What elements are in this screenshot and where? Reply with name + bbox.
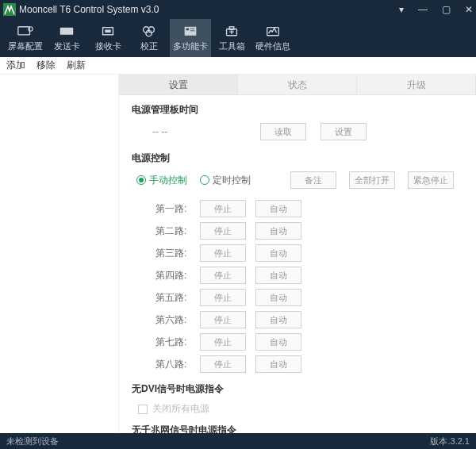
set-button[interactable]: 设置 — [321, 123, 367, 140]
toolbar-多功能卡[interactable]: 多功能卡 — [170, 19, 211, 57]
radio-manual[interactable]: 手动控制 — [136, 174, 187, 187]
channel-auto-button[interactable]: 自动 — [255, 311, 301, 328]
section-board-time-title: 电源管理板时间 — [132, 103, 463, 117]
device-sidebar — [0, 75, 119, 433]
radio-timed-label: 定时控制 — [213, 174, 251, 187]
dropdown-icon[interactable]: ▾ — [399, 4, 404, 15]
svg-point-2 — [29, 26, 33, 31]
title-bar: Mooncell T6 Control System v3.0 ▾ — ▢ ✕ — [0, 0, 476, 19]
channel-label: 第八路: — [155, 358, 190, 371]
tab-状态[interactable]: 状态 — [238, 75, 357, 95]
channel-row-3: 第三路:停止自动 — [155, 244, 463, 262]
toolbar-icon — [182, 25, 199, 39]
channel-label: 第一路: — [155, 202, 190, 216]
section-power-ctrl-title: 电源控制 — [132, 152, 463, 165]
sub-actions-bar: 添加移除刷新 — [0, 57, 476, 75]
svg-rect-15 — [229, 26, 234, 29]
toolbar-icon — [223, 25, 240, 39]
channel-row-5: 第五路:停止自动 — [155, 289, 463, 306]
toolbar-校正[interactable]: 校正 — [129, 19, 170, 57]
toolbar-发送卡[interactable]: 发送卡 — [46, 19, 87, 57]
channel-row-4: 第四路:停止自动 — [155, 267, 463, 284]
toolbar-icon — [264, 25, 282, 39]
toolbar-icon — [17, 25, 34, 39]
close-button[interactable]: ✕ — [465, 4, 473, 15]
toolbar-label: 工具箱 — [219, 40, 245, 52]
radio-timed[interactable]: 定时控制 — [200, 174, 251, 187]
channel-stop-button[interactable]: 停止 — [200, 267, 246, 284]
sub-action-刷新[interactable]: 刷新 — [67, 59, 86, 72]
checkbox-icon — [138, 405, 148, 414]
toolbar-icon — [140, 25, 158, 39]
channel-label: 第五路: — [155, 291, 190, 305]
radio-manual-label: 手动控制 — [149, 174, 187, 187]
channel-label: 第四路: — [155, 269, 190, 282]
channel-stop-button[interactable]: 停止 — [200, 311, 246, 328]
channel-row-1: 第一路:停止自动 — [155, 200, 463, 217]
app-logo-icon — [3, 3, 16, 16]
channel-row-7: 第七路:停止自动 — [155, 333, 463, 351]
tab-strip: 设置状态升级 — [119, 75, 476, 95]
channel-auto-button[interactable]: 自动 — [255, 222, 301, 240]
channel-auto-button[interactable]: 自动 — [255, 289, 301, 306]
toolbar-label: 屏幕配置 — [8, 40, 43, 52]
toolbar-屏幕配置[interactable]: 屏幕配置 — [5, 19, 46, 57]
toolbar-icon — [99, 25, 117, 39]
channel-stop-button[interactable]: 停止 — [200, 200, 246, 217]
read-button[interactable]: 读取 — [260, 123, 306, 140]
toolbar-label: 多功能卡 — [173, 40, 208, 52]
sub-action-移除[interactable]: 移除 — [36, 59, 56, 72]
no-dvi-close-all-label: 关闭所有电源 — [152, 402, 209, 416]
svg-rect-12 — [190, 28, 195, 29]
svg-rect-1 — [18, 26, 30, 34]
channel-label: 第二路: — [155, 224, 190, 238]
note-button[interactable]: 备注 — [290, 171, 336, 189]
toolbar-硬件信息[interactable]: 硬件信息 — [252, 19, 294, 57]
channel-label: 第三路: — [155, 247, 190, 260]
channel-auto-button[interactable]: 自动 — [255, 333, 301, 351]
svg-rect-13 — [190, 30, 195, 31]
tab-升级[interactable]: 升级 — [357, 75, 476, 95]
channel-label: 第六路: — [155, 313, 190, 327]
svg-rect-11 — [186, 28, 190, 30]
section-no-dvi-title: 无DVI信号时电源指令 — [132, 382, 463, 396]
status-left: 未检测到设备 — [6, 436, 59, 447]
channel-stop-button[interactable]: 停止 — [200, 289, 246, 306]
toolbar-接收卡[interactable]: 接收卡 — [87, 19, 129, 57]
svg-rect-4 — [60, 27, 74, 29]
tab-设置[interactable]: 设置 — [119, 75, 238, 95]
toolbar-label: 接收卡 — [95, 40, 121, 52]
main-toolbar: 屏幕配置发送卡接收卡校正多功能卡工具箱硬件信息 — [0, 19, 476, 57]
minimize-button[interactable]: — — [418, 4, 428, 15]
channel-stop-button[interactable]: 停止 — [200, 244, 246, 262]
channel-label: 第七路: — [155, 336, 190, 349]
channel-stop-button[interactable]: 停止 — [200, 355, 246, 373]
channel-stop-button[interactable]: 停止 — [200, 333, 246, 351]
status-right: 版本.3.2.1 — [430, 436, 470, 447]
content-panel: 电源管理板时间 -- -- 读取 设置 电源控制 手动控制 定时控制 备注 全部… — [119, 95, 476, 433]
svg-rect-3 — [60, 29, 74, 34]
status-bar: 未检测到设备 版本.3.2.1 — [0, 433, 476, 449]
channel-auto-button[interactable]: 自动 — [255, 267, 301, 284]
toolbar-label: 发送卡 — [54, 40, 80, 52]
no-dvi-close-all[interactable]: 关闭所有电源 — [138, 402, 463, 416]
svg-rect-6 — [105, 29, 110, 33]
emergency-stop-button[interactable]: 紧急停止 — [408, 171, 454, 189]
toolbar-工具箱[interactable]: 工具箱 — [211, 19, 252, 57]
channel-row-6: 第六路:停止自动 — [155, 311, 463, 328]
channel-row-2: 第二路:停止自动 — [155, 222, 463, 240]
channel-row-8: 第八路:停止自动 — [155, 355, 463, 373]
toolbar-label: 硬件信息 — [255, 40, 290, 52]
section-no-eth-title: 无千兆网信号时电源指令 — [132, 424, 463, 433]
channel-auto-button[interactable]: 自动 — [255, 200, 301, 217]
board-time-value: -- -- — [152, 126, 200, 137]
open-all-button[interactable]: 全部打开 — [349, 171, 395, 189]
channel-auto-button[interactable]: 自动 — [255, 244, 301, 262]
window-title: Mooncell T6 Control System v3.0 — [19, 4, 399, 15]
channel-stop-button[interactable]: 停止 — [200, 222, 246, 240]
sub-action-添加[interactable]: 添加 — [6, 59, 25, 72]
maximize-button[interactable]: ▢ — [442, 4, 451, 15]
toolbar-icon — [58, 25, 75, 39]
toolbar-label: 校正 — [140, 40, 158, 52]
channel-auto-button[interactable]: 自动 — [255, 355, 301, 373]
